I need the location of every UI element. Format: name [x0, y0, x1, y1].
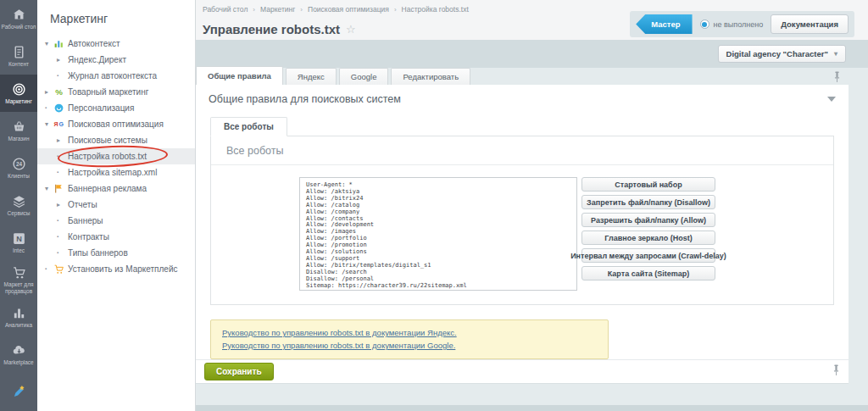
favorite-star-icon[interactable]: ☆: [346, 23, 356, 36]
dark-sidebar: Рабочий столКонтентМаркетингМагазин24Кли…: [0, 0, 37, 411]
menu-item-banner-types[interactable]: ▪Типы баннеров: [37, 245, 195, 261]
marketplace-install-icon: [53, 264, 64, 276]
help-link[interactable]: Руководство по управлению robots.txt в д…: [222, 327, 597, 340]
svg-text:%: %: [55, 87, 63, 97]
sidebar-item-marketplace[interactable]: Marketplace: [0, 336, 37, 373]
sidebar-item-services[interactable]: Сервисы: [0, 186, 37, 224]
menu-item-product-marketing[interactable]: ▸%Товарный маркетинг: [37, 84, 195, 100]
sidebar-item-label: Клиенты: [7, 173, 31, 179]
sidebar-item-analytics[interactable]: Аналитика: [0, 298, 37, 336]
pin-icon[interactable]: [833, 70, 841, 86]
sidebar-item-intec[interactable]: NIntec: [0, 224, 37, 261]
menu-item-banners[interactable]: ▪Баннеры: [37, 213, 195, 229]
sidebar-item-label: Контент: [8, 61, 30, 67]
autocontext-icon: [53, 38, 64, 51]
menu-item-autocontext-log[interactable]: ▪Журнал автоконтекста: [37, 68, 195, 84]
starter-set-button[interactable]: Стартовый набор: [581, 177, 715, 192]
tab-edit[interactable]: Редактировать: [391, 68, 470, 85]
menu-item-marketplace-install[interactable]: ▪Установить из Маркетплейс: [37, 261, 195, 277]
services-icon: [12, 194, 26, 208]
menu-item-label: Установить из Маркетплейс: [68, 264, 177, 274]
sidebar-item-clients[interactable]: 24Клиенты: [0, 149, 37, 186]
tabs-row: Общие правилаЯндексGoogleРедактировать: [196, 68, 868, 85]
documentation-button[interactable]: Документация: [771, 14, 849, 34]
status-label: не выполнено: [714, 20, 764, 29]
marker-expanded-icon: ▾: [45, 185, 48, 192]
sidebar-item-seller-market[interactable]: Маркет для продавцов: [0, 261, 37, 298]
desktop-icon: [12, 8, 26, 22]
sidebar-item-label: Аналитика: [4, 322, 33, 328]
menu-item-label: Настройка sitemap.xml: [68, 168, 157, 177]
tab-yandex[interactable]: Яндекс: [286, 68, 337, 85]
radio-icon[interactable]: [700, 19, 709, 29]
menu-item-seo[interactable]: ▾ЯGПоисковая оптимизация: [37, 116, 195, 132]
svg-text:N: N: [16, 235, 22, 243]
allow-button[interactable]: Разрешить файл/папку (Allow): [581, 213, 715, 227]
menu-item-yandex-direct[interactable]: ▸Яндекс.Директ: [37, 52, 195, 68]
marker-collapsed-icon: ▸: [45, 88, 48, 96]
sidebar-item-shop[interactable]: Магазин: [0, 112, 37, 149]
section-title: Общие правила для поисковых систем: [209, 93, 401, 105]
breadcrumb-separator: ›: [253, 6, 255, 14]
menu-item-label: Поисковые системы: [68, 136, 147, 145]
sidebar-item-label: Intec: [12, 247, 25, 253]
breadcrumb-item[interactable]: Поисковая оптимизация: [308, 5, 389, 14]
banner-ads-icon: [53, 183, 64, 196]
seller-market-icon: [12, 265, 26, 280]
marketplace-icon: [12, 343, 26, 358]
sidebar-item-wizard[interactable]: [0, 373, 37, 410]
menu-item-search-engines[interactable]: ▸Поисковые системы: [37, 132, 195, 148]
menu-panel: Маркетинг ▾Автоконтекст▸Яндекс.Директ▪Жу…: [37, 0, 196, 411]
site-selector-dropdown[interactable]: Digital agency "Character" ▾: [718, 45, 846, 63]
section-header: Общие правила для поисковых систем: [196, 85, 849, 110]
sidebar-item-content[interactable]: Контент: [0, 37, 37, 75]
breadcrumb-separator: ›: [300, 6, 303, 14]
sitemap-button[interactable]: Карта сайта (Sitemap): [581, 266, 715, 280]
breadcrumb-item[interactable]: Настройка robots.txt: [402, 5, 469, 14]
menu-item-reports[interactable]: ▸Отчеты: [37, 197, 195, 213]
top-actions-bar: Мастер не выполнено Документация: [630, 11, 854, 37]
separator: [211, 164, 833, 165]
menu-item-banner-ads[interactable]: ▾Баннерная реклама: [37, 181, 195, 197]
page-title: Управление robots.txt: [203, 22, 340, 36]
robots-txt-textarea[interactable]: User-Agent: * Allow: /aktsiya Allow: /bi…: [299, 177, 577, 291]
marker-collapsed-icon: ▸: [57, 201, 60, 208]
marker-leaf-icon: ▪: [57, 169, 58, 175]
marker-expanded-icon: ▾: [45, 40, 48, 47]
pin-icon-bottom[interactable]: [832, 364, 840, 380]
marker-leaf-icon: ▪: [57, 73, 58, 78]
collapse-chevron-icon[interactable]: [827, 97, 836, 102]
sidebar-item-desktop[interactable]: Рабочий стол: [0, 0, 37, 37]
app-window: Рабочий столКонтентМаркетингМагазин24Кли…: [0, 0, 868, 411]
breadcrumb-item[interactable]: Маркетинг: [260, 5, 295, 14]
tab-general[interactable]: Общие правила: [196, 66, 283, 85]
menu-item-autocontext[interactable]: ▾Автоконтекст: [37, 36, 195, 52]
menu-item-label: Поисковая оптимизация: [68, 119, 164, 129]
save-button[interactable]: Сохранить: [204, 363, 274, 380]
sidebar-item-marketing[interactable]: Маркетинг: [0, 75, 37, 112]
panel-footer: Сохранить: [196, 359, 849, 383]
master-button[interactable]: Мастер: [636, 14, 692, 34]
tab-google[interactable]: Google: [339, 68, 389, 85]
sidebar-item-label: Маркет для продавцов: [0, 281, 37, 294]
inner-tabs: Все роботы: [196, 117, 849, 136]
intec-icon: N: [12, 231, 26, 246]
menu-item-robots-settings[interactable]: ▪Настройка robots.txt: [37, 148, 195, 164]
breadcrumb-item[interactable]: Рабочий стол: [203, 5, 248, 14]
menu-item-label: Баннеры: [68, 216, 103, 225]
product-marketing-icon: %: [53, 86, 64, 99]
menu-item-contracts[interactable]: ▪Контракты: [37, 229, 195, 245]
menu-item-sitemap-settings[interactable]: ▪Настройка sitemap.xml: [37, 164, 195, 181]
tab-all-robots[interactable]: Все роботы: [210, 117, 287, 136]
marker-leaf-icon: ▪: [57, 234, 58, 239]
crawl-delay-button[interactable]: Интервал между запросами (Crawl-delay): [581, 248, 715, 263]
robots-form-row: User-Agent: * Allow: /aktsiya Allow: /bi…: [211, 177, 833, 291]
marker-leaf-icon: ▪: [57, 250, 58, 255]
host-button[interactable]: Главное зеркало (Host): [581, 230, 715, 245]
help-link[interactable]: Руководство по управлению robots.txt в д…: [222, 340, 597, 353]
sidebar-item-label: Рабочий стол: [1, 24, 37, 30]
menu-item-personalization[interactable]: ▪Персонализация: [37, 100, 195, 116]
status-radio-group[interactable]: не выполнено: [700, 19, 764, 29]
disallow-button[interactable]: Запретить файл/папку (Disallow): [581, 195, 715, 209]
menu-item-label: Товарный маркетинг: [68, 87, 148, 97]
